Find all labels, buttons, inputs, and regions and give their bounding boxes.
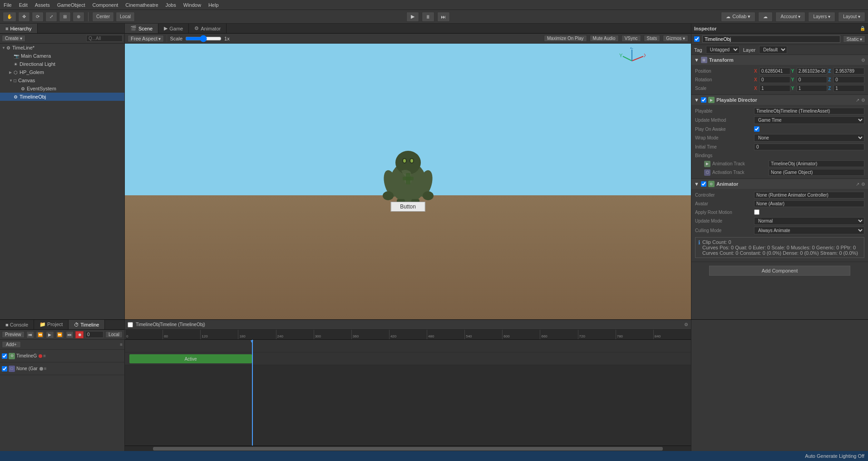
active-clip[interactable]: Active xyxy=(129,354,252,363)
tab-game[interactable]: ▶ Game xyxy=(158,24,189,33)
inspector-lock-icon[interactable]: 🔒 xyxy=(860,26,865,31)
tab-project[interactable]: 📁 Project xyxy=(34,320,69,329)
tl-next-btn[interactable]: ⏩ xyxy=(56,331,64,338)
transform-scale-tool[interactable]: ⤢ xyxy=(45,12,57,22)
maximize-on-play-btn[interactable]: Maximize On Play xyxy=(544,35,587,42)
playable-input[interactable] xyxy=(754,108,864,114)
controller-input[interactable] xyxy=(754,192,864,198)
animator-header[interactable]: ▼ ⚙ Animator ↗ ⚙ xyxy=(691,179,868,189)
local-global-btn[interactable]: Local xyxy=(116,12,135,22)
menu-help[interactable]: Help xyxy=(205,1,222,9)
create-button[interactable]: Create ▾ xyxy=(2,35,25,42)
layers-button[interactable]: Layers ▾ xyxy=(808,12,835,22)
center-pivot-btn[interactable]: Center xyxy=(92,12,114,22)
tl-prev-btn[interactable]: ⏪ xyxy=(36,331,44,338)
menu-window[interactable]: Window xyxy=(180,1,205,9)
add-track-button[interactable]: Add+ xyxy=(2,341,21,348)
layout-button[interactable]: Layout ▾ xyxy=(838,12,865,22)
pos-z-input[interactable] xyxy=(833,68,864,74)
transform-multi-tool[interactable]: ⊕ xyxy=(73,12,84,22)
pd-expand-icon[interactable]: ↗ xyxy=(856,98,859,103)
playable-director-header[interactable]: ▼ ▶ Playable Director ↗ ⚙ xyxy=(691,95,868,105)
hier-item-hp-golem[interactable]: ▶ ⬡ HP_Golem xyxy=(0,68,124,76)
menu-edit[interactable]: Edit xyxy=(15,1,31,9)
gizmos-btn[interactable]: Gizmos ▾ xyxy=(663,35,688,42)
rot-z-input[interactable] xyxy=(833,76,864,83)
rot-y-input[interactable] xyxy=(797,76,828,83)
transform-header[interactable]: ▼ ⊞ Transform ⚙ xyxy=(691,55,868,65)
collab-button[interactable]: ☁ Collab ▾ xyxy=(721,12,755,22)
menu-assets[interactable]: Assets xyxy=(31,1,54,9)
tab-animator[interactable]: ⚙ Animator xyxy=(189,24,227,33)
track1-menu-icon[interactable]: ≡ xyxy=(43,353,46,358)
tag-dropdown[interactable]: Untagged xyxy=(706,46,740,54)
track2-menu-icon[interactable]: ≡ xyxy=(44,366,47,371)
local-btn[interactable]: Local xyxy=(105,331,123,338)
tl-end-btn[interactable]: ⏭ xyxy=(66,331,74,338)
aspect-dropdown[interactable]: Free Aspect ▾ xyxy=(128,35,164,42)
pos-y-input[interactable] xyxy=(797,68,828,74)
tab-hierarchy[interactable]: ≡ Hierarchy xyxy=(0,24,38,33)
mute-audio-btn[interactable]: Mute Audio xyxy=(590,35,619,42)
layer-dropdown[interactable]: Default xyxy=(759,46,787,54)
hier-item-event-system[interactable]: ⚙ EventSystem xyxy=(0,84,124,93)
anim-enabled-checkbox[interactable] xyxy=(701,181,706,187)
scale-y-input[interactable] xyxy=(797,85,828,92)
hier-item-main-camera[interactable]: 📷 Main Camera xyxy=(0,52,124,60)
menu-file[interactable]: File xyxy=(0,1,15,9)
rot-x-input[interactable] xyxy=(760,76,790,83)
anim-settings-icon[interactable]: ⚙ xyxy=(861,182,865,187)
tab-timeline[interactable]: ⏱ Timeline xyxy=(69,320,105,329)
transform-move-tool[interactable]: ✥ xyxy=(18,12,30,22)
tab-console[interactable]: ■ Console xyxy=(0,320,34,329)
obj-name-input[interactable] xyxy=(702,35,840,43)
track-collapse-icon[interactable]: ≡ xyxy=(120,342,123,347)
act-track-input[interactable] xyxy=(769,169,864,176)
scrollbar-thumb[interactable] xyxy=(153,447,662,451)
scale-slider[interactable] xyxy=(185,36,222,41)
transform-rotate-tool[interactable]: ⟳ xyxy=(32,12,44,22)
scale-x-input[interactable] xyxy=(760,85,790,92)
anim-track-input[interactable] xyxy=(769,160,864,167)
step-button[interactable]: ⏭ xyxy=(437,12,450,22)
static-badge[interactable]: Static ▾ xyxy=(843,35,865,43)
avatar-input[interactable] xyxy=(754,200,864,207)
preview-btn[interactable]: Preview xyxy=(2,331,25,338)
initial-time-input[interactable] xyxy=(754,144,864,150)
anim-update-mode-dropdown[interactable]: Normal xyxy=(754,217,864,225)
update-method-dropdown[interactable]: Game Time xyxy=(754,116,864,124)
transform-hand-tool[interactable]: ✋ xyxy=(3,12,16,22)
tl-start-btn[interactable]: ⏮ xyxy=(26,331,35,338)
timeline-cog-icon[interactable]: ⚙ xyxy=(684,322,688,327)
wrap-mode-dropdown[interactable]: None xyxy=(754,134,864,142)
hierarchy-search[interactable] xyxy=(86,35,123,42)
transform-settings-icon[interactable]: ⚙ xyxy=(861,58,865,63)
menu-gameobject[interactable]: GameObject xyxy=(54,1,89,9)
apply-root-motion-checkbox[interactable] xyxy=(754,209,760,215)
vsync-btn[interactable]: VSync xyxy=(621,35,641,42)
track2-checkbox[interactable] xyxy=(2,366,7,372)
track1-checkbox[interactable] xyxy=(2,353,7,359)
hier-item-timeline[interactable]: ▼ ⚙ TimeLine* xyxy=(0,44,124,52)
transform-rect-tool[interactable]: ⊞ xyxy=(59,12,71,22)
track2-dot[interactable] xyxy=(39,367,43,371)
stats-btn[interactable]: Stats xyxy=(644,35,661,42)
pause-button[interactable]: ⏸ xyxy=(422,12,434,22)
pos-x-input[interactable] xyxy=(760,68,790,74)
scene-button[interactable]: Button xyxy=(390,202,425,212)
obj-active-checkbox[interactable] xyxy=(694,36,700,42)
tl-play-btn[interactable]: ▶ xyxy=(46,331,54,338)
play-on-awake-checkbox[interactable] xyxy=(754,126,760,132)
hier-item-directional-light[interactable]: ☀ Directional Light xyxy=(0,60,124,68)
pd-settings-icon[interactable]: ⚙ xyxy=(861,98,865,103)
anim-expand-icon[interactable]: ↗ xyxy=(856,182,859,187)
menu-component[interactable]: Component xyxy=(89,1,122,9)
tl-record-btn[interactable]: ⏺ xyxy=(75,331,84,338)
tl-time-input[interactable] xyxy=(85,331,104,338)
track1-record-dot[interactable] xyxy=(39,354,42,358)
add-component-button[interactable]: Add Component xyxy=(709,266,850,276)
hier-item-timeline-obj[interactable]: ⚙ TimelineObj xyxy=(0,93,124,101)
timeline-scrollbar[interactable] xyxy=(125,446,691,451)
play-button[interactable]: ▶ xyxy=(406,12,419,22)
menu-cinematheatre[interactable]: Cinematheatre xyxy=(122,1,162,9)
